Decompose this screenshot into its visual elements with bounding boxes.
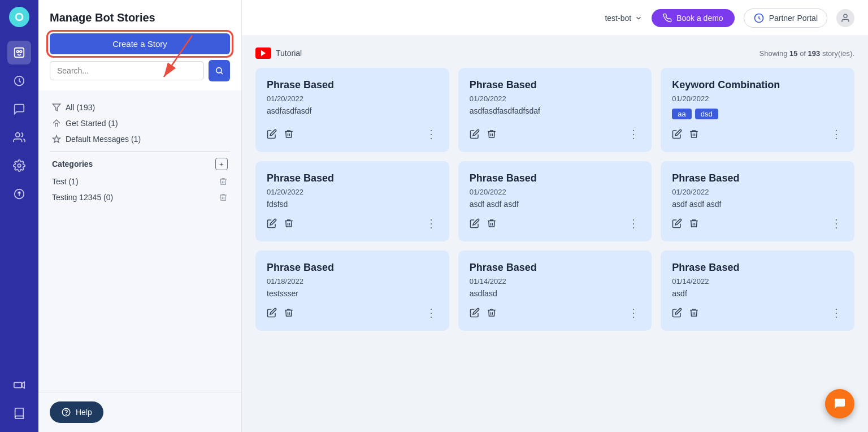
edit-story-button[interactable] (672, 129, 682, 139)
story-name: asdfasdfasdf (267, 106, 438, 119)
search-button[interactable] (209, 60, 230, 81)
svg-point-12 (216, 68, 222, 73)
phone-icon (663, 14, 672, 23)
more-options-button[interactable]: ⋮ (628, 306, 640, 319)
tutorial-label: Tutorial (276, 49, 302, 58)
category-testing-label: Testing 12345 (0) (52, 193, 113, 202)
svg-point-3 (16, 50, 19, 53)
category-test-label: Test (1) (52, 177, 79, 186)
nav-item-clock[interactable] (7, 69, 31, 93)
edit-story-button[interactable] (470, 218, 480, 228)
edit-story-button[interactable] (470, 308, 480, 318)
add-category-button[interactable]: + (215, 158, 228, 170)
story-date: 01/14/2022 (470, 277, 641, 286)
edit-story-button[interactable] (267, 308, 277, 318)
partner-portal-button[interactable]: Partner Portal (744, 8, 827, 28)
story-card: Phrase Based 01/20/2022 asdfasdfasdfadfs… (458, 68, 652, 152)
delete-story-button[interactable] (689, 129, 699, 139)
story-date: 01/20/2022 (267, 94, 438, 103)
delete-story-button[interactable] (284, 308, 294, 318)
more-options-button[interactable]: ⋮ (628, 127, 640, 141)
story-actions: ⋮ (672, 127, 843, 141)
sidebar-footer: Help (38, 392, 241, 432)
more-options-button[interactable]: ⋮ (426, 306, 438, 319)
story-date: 01/20/2022 (470, 188, 641, 196)
more-options-button[interactable]: ⋮ (831, 127, 843, 141)
svg-point-6 (16, 133, 20, 137)
delete-story-button[interactable] (689, 218, 699, 228)
sidebar-nav: All (193) Get Started (1) Default Messag… (38, 90, 241, 392)
more-options-button[interactable]: ⋮ (426, 217, 438, 230)
delete-story-button[interactable] (487, 308, 497, 318)
nav-item-video[interactable] (7, 373, 31, 397)
categories-header: Categories + (50, 152, 230, 174)
delete-testing-icon[interactable] (219, 193, 228, 202)
partner-portal-label: Partner Portal (769, 14, 818, 23)
svg-rect-9 (14, 382, 22, 387)
tutorial-link[interactable]: Tutorial (255, 47, 302, 59)
showing-count: Showing 15 of 193 story(ies). (760, 49, 854, 58)
stories-toolbar: Tutorial Showing 15 of 193 story(ies). (255, 47, 854, 59)
delete-story-button[interactable] (487, 129, 497, 139)
story-name: fdsfsd (267, 200, 438, 209)
story-action-left (672, 129, 699, 139)
stories-area: Tutorial Showing 15 of 193 story(ies). P… (242, 36, 868, 432)
delete-story-button[interactable] (284, 129, 294, 139)
delete-story-button[interactable] (284, 218, 294, 228)
filter-default[interactable]: Default Messages (1) (50, 131, 230, 147)
app-logo[interactable] (9, 7, 29, 27)
bot-selector[interactable]: test-bot (605, 14, 643, 23)
edit-story-button[interactable] (470, 129, 480, 139)
user-avatar[interactable] (836, 9, 854, 27)
more-options-button[interactable]: ⋮ (831, 217, 843, 230)
story-card: Phrase Based 01/18/2022 testssser ⋮ (255, 250, 449, 331)
category-test[interactable]: Test (1) (50, 174, 230, 189)
sidebar-header: Manage Bot Stories Create a Story (38, 0, 241, 90)
book-demo-label: Book a demo (676, 14, 723, 23)
partner-icon (753, 12, 765, 24)
edit-story-button[interactable] (267, 129, 277, 139)
story-type: Phrase Based (672, 262, 843, 274)
edit-story-button[interactable] (672, 218, 682, 228)
story-actions: ⋮ (672, 217, 843, 230)
nav-item-launch[interactable] (7, 182, 31, 206)
nav-item-bot[interactable] (7, 41, 31, 64)
keyword-tag: aa (672, 109, 691, 119)
story-name: asdf (672, 289, 843, 298)
filter-all[interactable]: All (193) (50, 100, 230, 115)
more-options-button[interactable]: ⋮ (831, 306, 843, 319)
story-type: Phrase Based (267, 172, 438, 184)
delete-story-button[interactable] (487, 218, 497, 228)
edit-story-button[interactable] (672, 308, 682, 318)
nav-item-settings[interactable] (7, 154, 31, 178)
category-testing[interactable]: Testing 12345 (0) (50, 189, 230, 205)
help-button[interactable]: Help (50, 401, 103, 423)
filter-get-started[interactable]: Get Started (1) (50, 115, 230, 131)
edit-story-button[interactable] (267, 218, 277, 228)
left-nav (0, 0, 38, 432)
main-content: test-bot Book a demo Partner Portal Tuto… (242, 0, 868, 432)
story-card: Phrase Based 01/20/2022 fdsfsd ⋮ (255, 161, 449, 241)
search-input[interactable] (50, 61, 204, 80)
story-action-left (470, 308, 497, 318)
more-options-button[interactable]: ⋮ (628, 217, 640, 230)
delete-test-icon[interactable] (219, 177, 228, 186)
story-type: Phrase Based (470, 262, 641, 274)
create-story-button[interactable]: Create a Story (50, 33, 230, 54)
book-demo-button[interactable]: Book a demo (652, 9, 735, 27)
story-name: asdfasdfasdfadfsdaf (470, 106, 641, 119)
nav-item-chat[interactable] (7, 97, 31, 121)
delete-story-button[interactable] (689, 308, 699, 318)
story-actions: ⋮ (267, 306, 438, 319)
youtube-icon (255, 47, 271, 59)
story-actions: ⋮ (470, 217, 641, 230)
nav-item-users[interactable] (7, 126, 31, 149)
help-label: Help (76, 408, 92, 417)
story-type: Phrase Based (470, 172, 641, 184)
svg-marker-18 (261, 50, 266, 57)
story-card: Keyword Combination 01/20/2022 aadsd ⋮ (661, 68, 854, 152)
more-options-button[interactable]: ⋮ (426, 127, 438, 141)
chat-bubble[interactable] (825, 389, 854, 418)
nav-item-book[interactable] (7, 401, 31, 425)
keyword-tag: dsd (695, 109, 718, 119)
